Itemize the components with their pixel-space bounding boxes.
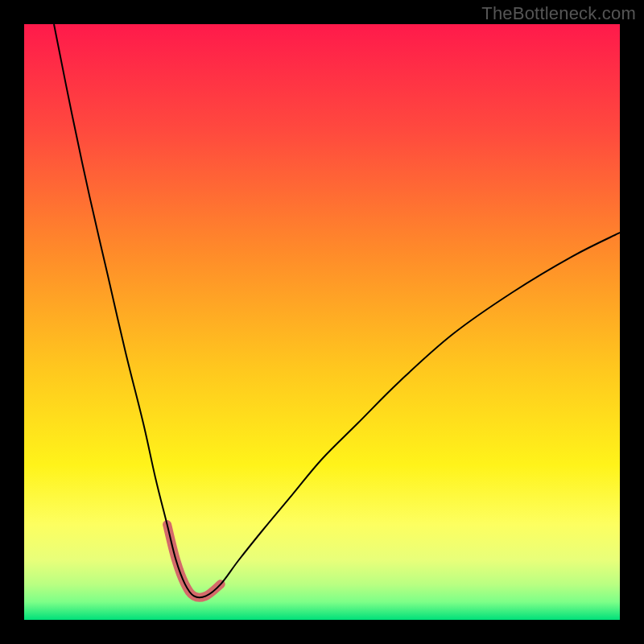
curve-layer: [24, 24, 620, 620]
watermark-text: TheBottleneck.com: [481, 3, 636, 24]
highlight-band: [167, 525, 221, 598]
bottleneck-curve: [54, 24, 620, 597]
chart-frame: TheBottleneck.com: [0, 0, 644, 644]
plot-area: [24, 24, 620, 620]
